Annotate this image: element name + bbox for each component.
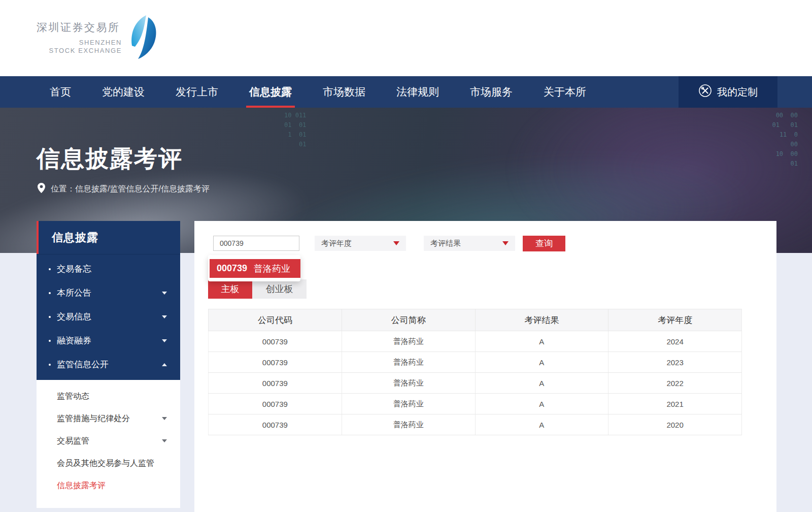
table-row: 000739 普洛药业 A 2022 <box>209 373 742 394</box>
tab-chinext[interactable]: 创业板 <box>252 279 307 299</box>
submenu-item-trading-supervision[interactable]: 交易监管 <box>37 430 180 452</box>
suggestion-name: 普洛药业 <box>254 263 290 275</box>
bullet-icon <box>49 292 51 294</box>
autocomplete-suggestion[interactable]: 000739 普洛药业 <box>210 259 300 278</box>
breadcrumb: 位置：信息披露/监管信息公开/信息披露考评 <box>38 183 210 195</box>
col-eval-result: 考评结果 <box>475 309 608 331</box>
table-row: 000739 普洛药业 A 2021 <box>209 394 742 414</box>
dropdown-caret-icon <box>393 241 399 245</box>
submenu-item-disclosure-evaluation[interactable]: 信息披露考评 <box>37 474 180 497</box>
submenu-item-member-supervision[interactable]: 会员及其他交易参与人监管 <box>37 452 180 474</box>
chevron-up-icon <box>162 363 167 366</box>
sidebar-item-exchange-notices[interactable]: 本所公告 <box>37 281 180 305</box>
szse-logo-icon <box>129 14 158 62</box>
col-company-code: 公司代码 <box>209 309 342 331</box>
page-title: 信息披露考评 <box>37 143 183 175</box>
col-eval-year: 考评年度 <box>608 309 742 331</box>
szse-logo[interactable]: 深圳证券交易所 SHENZHEN STOCK EXCHANGE <box>37 20 158 62</box>
breadcrumb-text: 位置：信息披露/监管信息公开/信息披露考评 <box>51 184 210 195</box>
nav-item-disclosure[interactable]: 信息披露 <box>248 76 293 108</box>
tools-circle-icon <box>698 84 712 100</box>
evaluation-table: 公司代码 公司简称 考评结果 考评年度 000739 普洛药业 A 2024 0… <box>208 309 742 435</box>
chevron-down-icon <box>162 292 167 295</box>
bullet-icon <box>49 268 51 270</box>
binary-texture: 10 011 01 01 1 01 01 <box>284 111 306 149</box>
sidebar-item-margin-trading[interactable]: 融资融券 <box>37 329 180 353</box>
eval-year-select[interactable]: 考评年度 <box>315 236 406 251</box>
sidebar-item-trading-memo[interactable]: 交易备忘 <box>37 257 180 281</box>
chevron-down-icon <box>162 417 167 420</box>
binary-texture: 00 00 01 01 11 0 00 10 00 01 <box>772 111 798 169</box>
my-customization-button[interactable]: 我的定制 <box>679 76 777 108</box>
autocomplete-dropdown: 000739 普洛药业 <box>208 255 300 281</box>
board-tabs: 主板 创业板 <box>208 279 307 299</box>
tab-main-board[interactable]: 主板 <box>208 279 252 299</box>
szse-page: 深圳证券交易所 SHENZHEN STOCK EXCHANGE <box>0 0 812 512</box>
nav-item-listing[interactable]: 发行上市 <box>175 76 219 108</box>
col-company-name: 公司简称 <box>342 309 475 331</box>
logo-en-text: SHENZHEN STOCK EXCHANGE <box>37 39 122 55</box>
logo-cn-text: 深圳证券交易所 <box>37 20 122 35</box>
query-button[interactable]: 查询 <box>523 236 565 251</box>
nav-item-party-building[interactable]: 党的建设 <box>101 76 146 108</box>
site-header: 深圳证券交易所 SHENZHEN STOCK EXCHANGE <box>0 0 812 76</box>
nav-item-home[interactable]: 首页 <box>49 76 72 108</box>
submenu-item-regulatory-news[interactable]: 监管动态 <box>37 385 180 407</box>
bullet-icon <box>49 340 51 342</box>
sidebar-header: 信息披露 <box>37 221 180 254</box>
nav-item-rules[interactable]: 法律规则 <box>395 76 440 108</box>
sidebar-submenu: 监管动态 监管措施与纪律处分 交易监管 会员及其他交易参与人监管 信息披露考评 <box>37 380 180 508</box>
main-nav: 首页 党的建设 发行上市 信息披露 市场数据 法律规则 市场服务 关于本所 我的… <box>0 76 812 108</box>
chevron-down-icon <box>162 439 167 442</box>
dropdown-caret-icon <box>502 241 509 245</box>
sidebar-item-trading-info[interactable]: 交易信息 <box>37 305 180 329</box>
table-row: 000739 普洛药业 A 2020 <box>209 414 742 435</box>
nav-item-about[interactable]: 关于本所 <box>543 76 587 108</box>
submenu-item-measures-discipline[interactable]: 监管措施与纪律处分 <box>37 407 180 430</box>
bullet-icon <box>49 316 51 318</box>
eval-result-select[interactable]: 考评结果 <box>424 236 515 251</box>
nav-item-services[interactable]: 市场服务 <box>469 76 514 108</box>
my-customization-label: 我的定制 <box>717 85 758 99</box>
stock-code-input[interactable] <box>213 236 299 251</box>
sidebar-item-regulatory-disclosure[interactable]: 监管信息公开 <box>37 353 180 376</box>
nav-item-market-data[interactable]: 市场数据 <box>322 76 366 108</box>
chevron-down-icon <box>162 315 167 318</box>
bullet-icon <box>49 364 51 366</box>
suggestion-code: 000739 <box>217 263 247 274</box>
sidebar-menu: 交易备忘 本所公告 交易信息 融资融券 监管信息公开 <box>37 254 180 380</box>
chevron-down-icon <box>162 339 167 342</box>
location-pin-icon <box>38 183 45 195</box>
main-content: 考评年度 考评结果 查询 000739 普洛药业 主板 创业板 公司代码 公司简… <box>194 221 776 512</box>
table-header-row: 公司代码 公司简称 考评结果 考评年度 <box>209 309 742 331</box>
table-row: 000739 普洛药业 A 2024 <box>209 331 742 352</box>
table-row: 000739 普洛药业 A 2023 <box>209 352 742 373</box>
